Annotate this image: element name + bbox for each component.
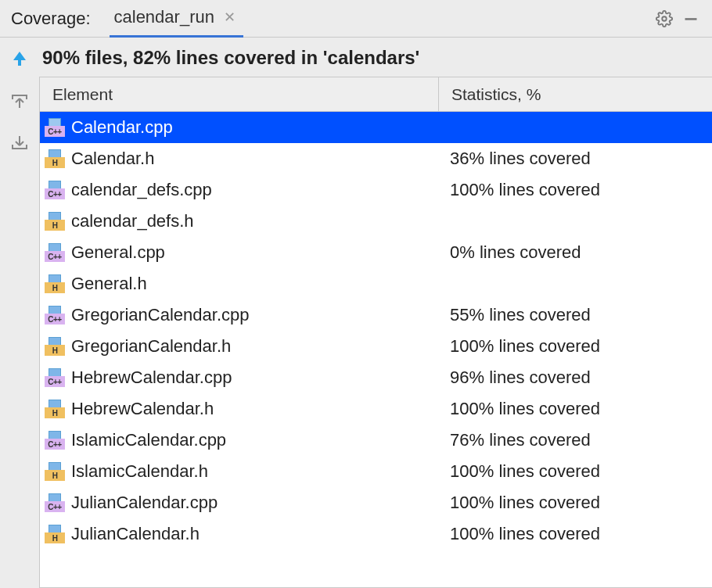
- file-name: GregorianCalendar.cpp: [71, 305, 249, 325]
- cell-statistics: 36% lines covered: [439, 149, 712, 169]
- table-row[interactable]: HJulianCalendar.h100% lines covered: [40, 518, 712, 550]
- header-file-icon: H: [45, 337, 65, 356]
- file-name: Calendar.h: [71, 149, 154, 169]
- header-file-icon: H: [45, 462, 65, 481]
- header-file-icon: H: [45, 525, 65, 543]
- cpp-file-icon: C++: [45, 493, 65, 512]
- coverage-summary: 90% files, 82% lines covered in 'calenda…: [39, 44, 712, 77]
- bracket-up-icon: [9, 91, 30, 111]
- settings-button[interactable]: [651, 5, 678, 32]
- minimize-button[interactable]: [678, 5, 704, 32]
- navigate-up-button[interactable]: [6, 45, 33, 72]
- table-header: Element Statistics, %: [40, 77, 712, 112]
- cpp-file-icon: C++: [45, 118, 65, 137]
- file-name: IslamicCalendar.h: [71, 461, 208, 482]
- cell-element: C++JulianCalendar.cpp: [40, 493, 439, 513]
- file-name: HebrewCalendar.cpp: [71, 368, 232, 388]
- cell-element: C++IslamicCalendar.cpp: [40, 430, 439, 450]
- bracket-down-icon: [9, 133, 30, 153]
- cell-element: HJulianCalendar.h: [40, 524, 439, 544]
- cell-element: C++calendar_defs.cpp: [40, 180, 439, 200]
- cell-statistics: 55% lines covered: [439, 305, 712, 325]
- panel-title: Coverage:: [11, 9, 91, 29]
- cell-statistics: 76% lines covered: [439, 430, 712, 450]
- cell-statistics: 100% lines covered: [439, 399, 712, 419]
- file-name: GregorianCalendar.h: [71, 336, 231, 357]
- cell-element: C++HebrewCalendar.cpp: [40, 368, 439, 388]
- cell-statistics: 100% lines covered: [439, 336, 712, 357]
- table-row[interactable]: C++HebrewCalendar.cpp96% lines covered: [40, 362, 712, 393]
- file-name: General.cpp: [71, 242, 165, 263]
- table-row[interactable]: C++IslamicCalendar.cpp76% lines covered: [40, 425, 712, 456]
- cpp-file-icon: C++: [45, 368, 65, 387]
- cell-element: HGeneral.h: [40, 274, 439, 294]
- cell-statistics: 96% lines covered: [439, 368, 712, 388]
- cell-statistics: 100% lines covered: [439, 493, 712, 513]
- cell-element: HGregorianCalendar.h: [40, 336, 439, 357]
- file-name: General.h: [71, 274, 147, 294]
- cell-statistics: 100% lines covered: [439, 180, 712, 200]
- table-body: C++Calendar.cppHCalendar.h36% lines cove…: [40, 112, 712, 587]
- side-toolbar: [0, 38, 39, 588]
- tab-label: calendar_run: [114, 7, 214, 27]
- flatten-down-button[interactable]: [6, 130, 33, 156]
- table-row[interactable]: HIslamicCalendar.h100% lines covered: [40, 456, 712, 487]
- table-row[interactable]: HCalendar.h36% lines covered: [40, 143, 712, 174]
- cell-statistics: 100% lines covered: [439, 524, 712, 544]
- table-row[interactable]: C++GregorianCalendar.cpp55% lines covere…: [40, 299, 712, 331]
- column-statistics[interactable]: Statistics, %: [439, 77, 712, 111]
- coverage-table: Element Statistics, % C++Calendar.cppHCa…: [39, 77, 712, 588]
- header-file-icon: H: [45, 212, 65, 231]
- coverage-tab[interactable]: calendar_run ✕: [110, 0, 243, 38]
- svg-rect-1: [685, 18, 697, 20]
- cell-element: HIslamicCalendar.h: [40, 461, 439, 482]
- header-file-icon: H: [45, 400, 65, 418]
- header-file-icon: H: [45, 149, 65, 168]
- file-name: Calendar.cpp: [71, 117, 173, 138]
- close-tab-icon[interactable]: ✕: [221, 9, 239, 26]
- table-row[interactable]: C++calendar_defs.cpp100% lines covered: [40, 174, 712, 206]
- file-name: HebrewCalendar.h: [71, 399, 214, 419]
- cell-element: HHebrewCalendar.h: [40, 399, 439, 419]
- table-row[interactable]: C++Calendar.cpp: [40, 112, 712, 143]
- svg-point-0: [662, 16, 667, 21]
- table-row[interactable]: HHebrewCalendar.h100% lines covered: [40, 393, 712, 425]
- panel-header: Coverage: calendar_run ✕: [0, 0, 712, 38]
- cell-element: C++General.cpp: [40, 242, 439, 263]
- cell-element: C++Calendar.cpp: [40, 117, 439, 138]
- table-row[interactable]: Hcalendar_defs.h: [40, 206, 712, 237]
- cpp-file-icon: C++: [45, 243, 65, 262]
- table-row[interactable]: C++General.cpp0% lines covered: [40, 237, 712, 268]
- cell-statistics: 100% lines covered: [439, 461, 712, 482]
- file-name: IslamicCalendar.cpp: [71, 430, 226, 450]
- file-name: JulianCalendar.cpp: [71, 493, 218, 513]
- cpp-file-icon: C++: [45, 431, 65, 450]
- cell-statistics: 0% lines covered: [439, 242, 712, 263]
- file-name: JulianCalendar.h: [71, 524, 200, 544]
- table-row[interactable]: HGregorianCalendar.h100% lines covered: [40, 331, 712, 362]
- table-row[interactable]: C++JulianCalendar.cpp100% lines covered: [40, 487, 712, 518]
- gear-icon: [656, 10, 673, 27]
- flatten-up-button[interactable]: [6, 88, 33, 114]
- cell-element: HCalendar.h: [40, 149, 439, 169]
- file-name: calendar_defs.h: [71, 211, 194, 231]
- cell-element: C++GregorianCalendar.cpp: [40, 305, 439, 325]
- header-file-icon: H: [45, 274, 65, 293]
- cpp-file-icon: C++: [45, 181, 65, 199]
- column-element[interactable]: Element: [40, 77, 439, 111]
- cpp-file-icon: C++: [45, 306, 65, 324]
- panel-body: 90% files, 82% lines covered in 'calenda…: [0, 38, 712, 588]
- cell-element: Hcalendar_defs.h: [40, 211, 439, 231]
- table-row[interactable]: HGeneral.h: [40, 268, 712, 299]
- coverage-main: 90% files, 82% lines covered in 'calenda…: [39, 38, 712, 588]
- minimize-icon: [683, 11, 699, 27]
- file-name: calendar_defs.cpp: [71, 180, 212, 200]
- arrow-up-icon: [10, 49, 29, 68]
